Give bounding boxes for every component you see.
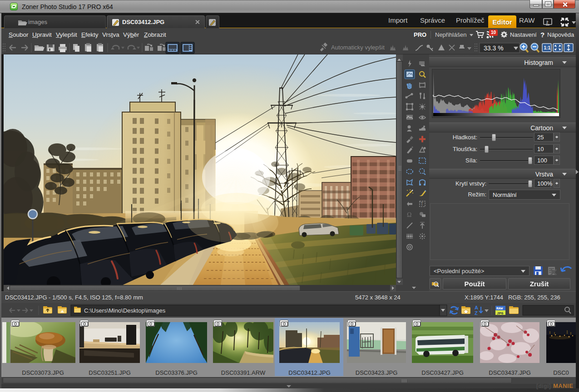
- svg-text:T: T: [421, 201, 423, 206]
- svg-text:33.3 %: 33.3 %: [484, 44, 504, 52]
- svg-text:2: 2: [546, 20, 549, 24]
- svg-text:Z: Z: [475, 310, 478, 316]
- svg-text:JPG: JPG: [497, 311, 504, 315]
- svg-text:Automaticky vylepšit: Automaticky vylepšit: [331, 44, 385, 51]
- svg-text:1:1: 1:1: [544, 45, 551, 50]
- svg-text:A: A: [475, 305, 478, 310]
- svg-text:C:\Users\Mino\Desktop\images: C:\Users\Mino\Desktop\images: [84, 307, 166, 314]
- svg-text:RAW: RAW: [496, 306, 503, 310]
- svg-text:Ω: Ω: [407, 211, 411, 218]
